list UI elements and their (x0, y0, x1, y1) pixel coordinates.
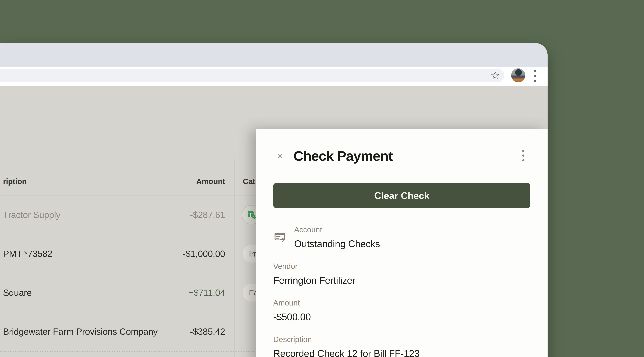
transactions-page: ription Amount Cat Tractor Supply -$287.… (0, 86, 548, 357)
column-header-category: Cat (243, 177, 255, 186)
field-value: Outstanding Checks (294, 238, 380, 250)
field-value: -$500.00 (273, 311, 311, 322)
transaction-amount: -$1,000.00 (150, 248, 225, 259)
field-label: Vendor (273, 262, 355, 271)
field-value: Recorded Check 12 for Bill FF-123 (273, 348, 420, 357)
clear-check-button[interactable]: Clear Check (273, 183, 530, 208)
panel-menu-icon[interactable] (522, 150, 524, 162)
check-payment-panel: Check Payment Clear Check Account Outst (256, 129, 548, 357)
transaction-amount: +$711.04 (150, 288, 225, 298)
close-icon[interactable] (276, 152, 284, 160)
transaction-amount: -$287.61 (150, 210, 225, 220)
account-statement-icon (274, 231, 286, 243)
column-header-amount: Amount (158, 177, 225, 186)
column-header-description: ription (3, 177, 27, 186)
bookmark-star-icon[interactable]: ☆ (490, 70, 500, 81)
browser-window: ☆ ription Amount Cat Tractor Supply -$28… (0, 43, 548, 357)
spreadsheet-add-icon (246, 210, 256, 220)
browser-toolbar: ☆ (0, 67, 548, 86)
field-label: Amount (273, 298, 311, 307)
field-label: Description (273, 335, 420, 344)
description-field[interactable]: Description Recorded Check 12 for Bill F… (273, 335, 420, 357)
transaction-description: Square (3, 288, 32, 298)
transaction-description: PMT *73582 (3, 248, 52, 259)
transaction-amount: -$385.42 (150, 326, 225, 337)
browser-menu-icon[interactable] (534, 70, 536, 82)
browser-tab-strip (0, 43, 548, 67)
transaction-description: Bridgewater Farm Provisions Company (3, 326, 158, 337)
address-bar[interactable]: ☆ (0, 68, 504, 82)
panel-title: Check Payment (294, 148, 392, 164)
vendor-field[interactable]: Vendor Ferrington Fertilizer (273, 262, 355, 286)
account-field[interactable]: Account Outstanding Checks (294, 225, 380, 250)
transaction-description: Tractor Supply (3, 210, 60, 220)
field-value: Ferrington Fertilizer (273, 275, 355, 286)
profile-avatar[interactable] (511, 68, 525, 82)
field-label: Account (294, 225, 380, 234)
amount-field[interactable]: Amount -$500.00 (273, 298, 311, 322)
desktop-background: ☆ ription Amount Cat Tractor Supply -$28… (0, 0, 644, 357)
